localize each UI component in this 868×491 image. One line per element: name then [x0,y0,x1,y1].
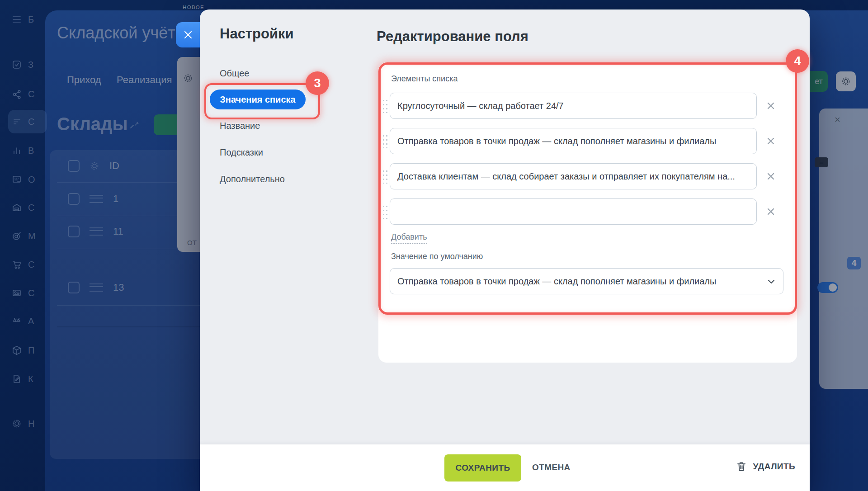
field-form-card: Элементы списка Добавить Значение по умо… [378,62,797,363]
screen: Б З С С В О С М С С А П [0,0,868,491]
default-value-text: Отправка товаров в точки продаж — склад … [397,276,716,287]
modal-content-title: Редактирование поля [377,28,528,45]
delete-label: УДАЛИТЬ [753,462,795,472]
list-item-input[interactable] [390,163,757,189]
x-icon [767,172,775,180]
drag-handle-icon[interactable] [382,134,387,148]
remove-item-button[interactable] [767,102,775,110]
nav-item-hints[interactable]: Подсказки [220,147,263,158]
trash-icon [737,462,746,472]
drag-handle-icon[interactable] [382,99,387,113]
remove-item-button[interactable] [767,137,775,145]
nav-item-list-values-active[interactable]: Значения списка [210,90,306,109]
annotation-step-4: 4 [786,49,809,73]
x-icon [767,102,775,110]
default-value-select[interactable]: Отправка товаров в точки продаж — склад … [390,268,783,294]
annotation-step-3: 3 [306,71,329,95]
drag-handle-icon[interactable] [382,169,387,184]
close-icon [183,30,193,40]
remove-item-button[interactable] [767,172,775,180]
list-item-input[interactable] [390,93,757,119]
drag-handle-icon[interactable] [382,204,387,219]
nav-item-general[interactable]: Общее [220,68,250,79]
modal-close-button[interactable] [176,22,200,47]
x-icon [767,208,775,216]
list-item-input[interactable] [390,128,757,154]
chevron-down-icon [768,279,775,284]
remove-item-button[interactable] [767,208,775,216]
nav-item-name[interactable]: Название [220,121,260,131]
list-item-input[interactable] [390,198,757,225]
nav-item-extra[interactable]: Дополнительно [220,174,285,184]
add-item-link[interactable]: Добавить [391,232,427,244]
settings-modal: Настройки Общее Значения списка Название… [200,9,810,491]
x-icon [767,137,775,145]
default-value-label: Значение по умолчанию [391,252,483,261]
modal-footer: СОХРАНИТЬ ОТМЕНА УДАЛИТЬ [200,444,810,491]
cancel-button[interactable]: ОТМЕНА [532,463,571,472]
delete-button[interactable]: УДАЛИТЬ [737,462,795,472]
save-button[interactable]: СОХРАНИТЬ [444,454,521,482]
modal-nav-title: Настройки [220,26,294,42]
list-items-label: Элементы списка [391,74,458,84]
